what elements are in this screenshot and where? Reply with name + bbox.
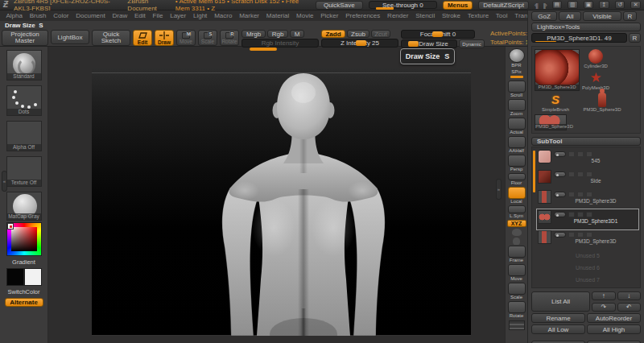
current-stroke-thumbnail[interactable]: Dots [6,85,42,116]
tool-r-button[interactable]: R [629,33,641,43]
subtool-row-545[interactable]: 545 [537,149,638,169]
menu-marker[interactable]: Marker [236,12,263,19]
draw-button[interactable]: Draw [155,30,174,46]
mrgb-button[interactable]: Mrgb [242,30,266,38]
menu-movie[interactable]: Movie [293,12,317,19]
remesh-icon[interactable] [577,151,584,157]
tool-item-cylinder3d[interactable]: Cylinder3D [581,49,610,69]
right-shelf-divider[interactable]: » [496,179,502,200]
move-up-icon[interactable]: ↑ [592,291,616,300]
edit-button[interactable]: Edit [133,30,152,46]
project-icon[interactable] [586,172,592,177]
document-scrollbar[interactable] [250,48,277,51]
remesh-icon[interactable] [577,232,584,238]
menu-brush[interactable]: Brush [26,12,50,19]
subtool-section-header[interactable]: SubTool [531,137,641,146]
lsym-button[interactable]: L.Sym [508,205,526,219]
focal-shift-handle[interactable] [432,31,443,37]
menu-alpha[interactable]: Alpha [2,12,26,19]
menu-render[interactable]: Render [384,12,412,19]
rename-button[interactable]: Rename [531,313,585,323]
all-low-button[interactable]: All Low [531,324,585,334]
subtool-row-side[interactable]: Side [537,169,638,189]
goz-button[interactable]: GoZ [531,11,557,21]
project-icon[interactable] [586,232,592,238]
current-tool-name[interactable]: PM3D_Sphere3D1. 49 [531,33,627,43]
list-all-button[interactable]: List All [531,291,590,312]
eye-toggle-icon[interactable] [554,192,566,197]
eye-toggle-icon[interactable] [554,151,566,157]
move-canvas-button[interactable]: Move [508,264,526,282]
alternate-button[interactable]: Alternate [5,298,43,307]
eye-toggle-icon[interactable] [554,232,566,238]
dynamic-button[interactable]: Dynamic [459,39,485,48]
default-zscript-button[interactable]: DefaultZScript [478,1,529,10]
local-button[interactable]: Local [508,187,526,205]
scroll-button[interactable]: Scroll [508,81,526,98]
menu-macro[interactable]: Macro [211,12,236,19]
maximize-icon[interactable]: ↥ [599,1,609,9]
menus-button[interactable]: Menus [443,1,473,10]
subtool-row-sphere3d-b[interactable]: PM3D_Sphere3D [537,229,638,250]
model-figure[interactable] [92,68,471,336]
tray-expand-right-icon[interactable]: |||› [543,2,547,8]
secondary-color-swatch[interactable] [24,268,42,286]
menu-edit[interactable]: Edit [131,12,150,19]
lightbox-button[interactable]: LightBox [51,30,89,44]
frame-button[interactable]: Frame [508,246,526,263]
see-through-handle[interactable] [376,7,394,10]
spix-handle[interactable] [510,76,523,78]
recent-tool-thumbnail[interactable]: PM3D_Sphere3D [535,114,567,130]
actual-button[interactable]: Actual [508,118,526,135]
lightbox-tools-header[interactable]: Lightbox»Tools [531,23,641,31]
menu-stencil[interactable]: Stencil [412,12,439,19]
remesh-icon[interactable] [577,172,584,177]
color-picker[interactable] [6,222,42,256]
color-picker-inner[interactable] [11,227,37,251]
focal-shift-slider[interactable]: Focal Shift 0 [401,30,475,39]
z-intensity-handle[interactable] [356,40,366,46]
polypaint-icon[interactable] [568,172,575,177]
scale-canvas-button[interactable]: Scale [508,283,526,300]
eye-toggle-icon[interactable] [554,172,566,177]
move-to-bottom-icon[interactable]: ↶ [617,303,642,312]
zadd-button[interactable]: Zadd [321,30,345,38]
move-to-top-icon[interactable]: ↷ [592,303,616,312]
current-brush-thumbnail[interactable]: Standard [6,50,42,81]
document-window-icon[interactable]: ▣ [584,1,594,9]
current-texture-thumbnail[interactable]: Texture Off [6,156,42,187]
tray-collapse-left-icon[interactable]: ‹||| [535,2,538,8]
rgb-intensity-slider[interactable]: Rgb Intensity [242,39,319,48]
quicksave-button[interactable]: QuickSave [316,1,363,10]
menu-file[interactable]: File [149,12,167,19]
bpr-button[interactable]: BPR [509,48,525,68]
polypaint-icon[interactable] [568,212,575,217]
panel-layout-icon[interactable]: ▤ [552,1,563,9]
menu-light[interactable]: Light [190,12,211,19]
project-icon[interactable] [586,212,592,217]
switch-color-button[interactable]: SwitchColor [7,288,39,295]
zsub-button[interactable]: Zsub [347,30,369,38]
move-button[interactable]: MMove [176,30,196,46]
project-icon[interactable] [586,192,592,197]
rotate-button[interactable]: RRotate [220,30,239,46]
tool-item-simplebrush[interactable]: SSimpleBrush [535,93,576,113]
menu-texture[interactable]: Texture [464,12,492,19]
spix-slider[interactable]: SPix [510,69,523,80]
grid-icon[interactable] [509,320,525,330]
tool-item-pm3d-sphere[interactable]: PM3D_Sphere3D [578,93,626,113]
gradient-button[interactable]: Gradient [12,258,35,266]
project-icon[interactable] [586,151,592,157]
polypaint-icon[interactable] [568,151,575,157]
persp-button[interactable]: Persp [508,155,526,172]
z-intensity-slider[interactable]: Z Intensity 25 [321,39,398,48]
menu-picker[interactable]: Picker [317,12,342,19]
rgb-button[interactable]: Rgb [267,30,288,38]
draw-size-slider[interactable]: 64 Draw Size [401,39,457,48]
polypaint-icon[interactable] [568,232,575,238]
visible-button[interactable]: Visible [583,11,621,21]
panel-swap-icon[interactable]: ▥ [568,1,578,9]
left-tray-divider[interactable]: « [2,171,7,192]
ghost-icon[interactable] [513,238,520,245]
draw-size-handle[interactable] [408,41,419,47]
